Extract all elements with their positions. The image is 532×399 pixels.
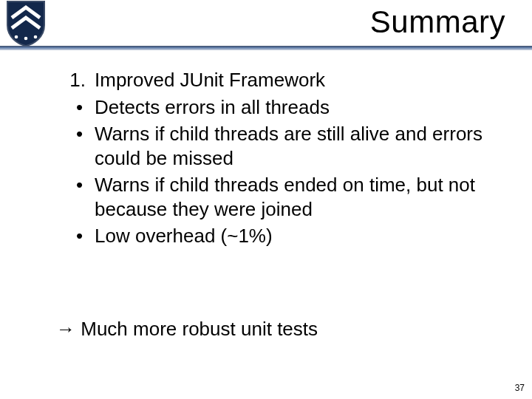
list-item-text: Warns if child threads are still alive a… <box>95 122 502 170</box>
slide-title: Summary <box>370 4 505 40</box>
header-rule <box>0 46 532 50</box>
header: Summary <box>0 0 532 52</box>
svg-point-0 <box>15 35 18 39</box>
conclusion: → Much more robust unit tests <box>56 318 318 341</box>
list-item: • Warns if child threads ended on time, … <box>30 173 502 221</box>
svg-point-1 <box>24 37 28 41</box>
bullet-marker: • <box>30 122 95 170</box>
list-item-text: Low overhead (~1%) <box>95 224 502 248</box>
list-item: • Low overhead (~1%) <box>30 224 502 248</box>
shield-icon <box>6 0 46 47</box>
list-item: • Warns if child threads are still alive… <box>30 122 502 170</box>
list-heading: 1. Improved JUnit Framework <box>30 68 502 92</box>
svg-point-2 <box>34 35 38 39</box>
list-item-text: Detects errors in all threads <box>95 95 502 120</box>
number-marker: 1. <box>30 68 95 92</box>
page-number: 37 <box>515 383 525 393</box>
bullet-marker: • <box>30 95 95 120</box>
arrow-icon: → <box>56 318 75 340</box>
conclusion-text: Much more robust unit tests <box>81 318 318 340</box>
bullet-marker: • <box>30 173 95 221</box>
slide: Summary 1. Improved JUnit Framework • De… <box>0 0 532 399</box>
list-item-text: Warns if child threads ended on time, bu… <box>95 173 502 221</box>
heading-text: Improved JUnit Framework <box>95 68 502 92</box>
list-item: • Detects errors in all threads <box>30 95 502 120</box>
content: 1. Improved JUnit Framework • Detects er… <box>30 68 502 251</box>
bullet-marker: • <box>30 224 95 248</box>
